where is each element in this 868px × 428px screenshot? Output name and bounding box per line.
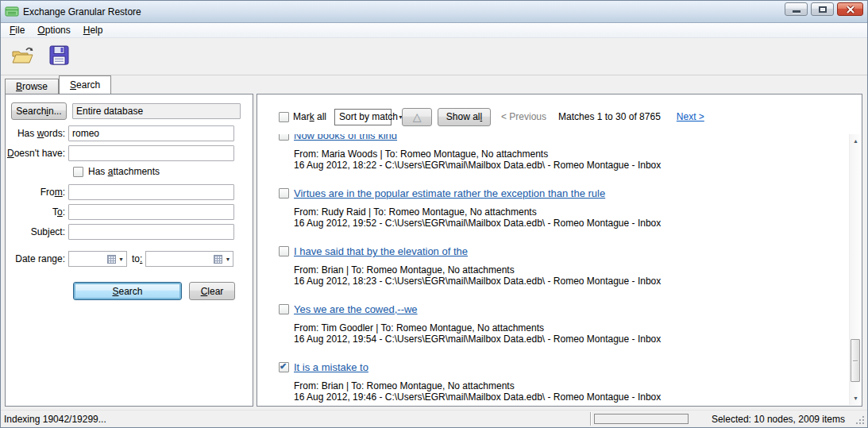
result-title-link[interactable]: I have said that by the elevation of the bbox=[294, 245, 468, 257]
calendar-icon bbox=[214, 255, 222, 264]
triangle-up-icon: △ bbox=[413, 111, 422, 122]
result-from-line: From: Rudy Raid | To: Romeo Montague, No… bbox=[294, 206, 849, 218]
menu-help[interactable]: Help bbox=[77, 23, 110, 37]
result-from-line: From: Brian | To: Romeo Montague, No att… bbox=[294, 264, 849, 276]
result-from-line: From: Brian | To: Romeo Montague, No att… bbox=[294, 380, 849, 391]
result-checkbox[interactable] bbox=[279, 362, 289, 372]
result-title-link[interactable]: Yes we are the cowed,--we bbox=[294, 303, 418, 315]
save-button[interactable] bbox=[47, 43, 71, 70]
has-words-input[interactable] bbox=[68, 125, 234, 141]
maximize-icon bbox=[819, 6, 827, 13]
result-path-line: 16 Aug 2012, 19:46 - C:\Users\EGR\mail\M… bbox=[294, 391, 849, 403]
result-title-link[interactable]: It is a mistake to bbox=[294, 361, 368, 373]
title-bar: Exchange Granular Restore bbox=[1, 1, 867, 23]
has-attachments-label: Has attachments bbox=[88, 166, 160, 177]
result-checkbox[interactable] bbox=[279, 246, 289, 256]
date-range-label: Date range: bbox=[6, 253, 68, 264]
result-checkbox[interactable] bbox=[279, 134, 289, 141]
dropdown-arrow-icon[interactable]: ▼ bbox=[118, 256, 124, 262]
close-button[interactable] bbox=[837, 2, 863, 16]
search-button[interactable]: Search bbox=[73, 282, 182, 300]
menu-options[interactable]: Options bbox=[31, 23, 76, 37]
calendar-icon bbox=[107, 255, 116, 264]
minimize-icon bbox=[793, 10, 800, 13]
menu-file[interactable]: File bbox=[3, 23, 31, 37]
search-in-button[interactable]: Search in... bbox=[11, 102, 67, 120]
minimize-button[interactable] bbox=[785, 2, 808, 16]
matches-count: Matches 1 to 30 of 8765 bbox=[558, 111, 661, 122]
doesnt-have-label: Doesn't have: bbox=[6, 148, 68, 159]
sort-by-value: Sort by match bbox=[339, 111, 398, 122]
indexing-status: Indexing 19042/19299... bbox=[4, 414, 106, 425]
result-path-line: 16 Aug 2012, 18:22 - C:\Users\EGR\mail\M… bbox=[294, 160, 849, 171]
dropdown-arrow-icon[interactable]: ▼ bbox=[225, 256, 230, 262]
result-path-line: 16 Aug 2012, 19:52 - C:\Users\EGR\mail\M… bbox=[294, 218, 849, 229]
menu-bar: File Options Help bbox=[1, 23, 867, 38]
app-icon bbox=[5, 6, 19, 17]
result-checkbox[interactable] bbox=[279, 304, 289, 314]
has-attachments-checkbox[interactable] bbox=[73, 167, 83, 177]
result-checkbox[interactable] bbox=[279, 188, 289, 199]
window-title: Exchange Granular Restore bbox=[23, 6, 141, 17]
toolbar bbox=[1, 38, 867, 75]
result-from-line: From: Tim Goodler | To: Romeo Montague, … bbox=[294, 322, 849, 334]
result-item: Virtues are in the popular estimate rath… bbox=[279, 187, 849, 245]
next-link[interactable]: Next > bbox=[677, 111, 704, 122]
tab-strip: Browse Search bbox=[1, 75, 867, 94]
previous-link[interactable]: < Previous bbox=[501, 111, 546, 122]
from-label: From: bbox=[6, 187, 68, 198]
date-to-separator: to: bbox=[132, 253, 142, 264]
to-input[interactable] bbox=[68, 204, 234, 220]
results-toolbar: Mark all Sort by match ▼ △ Show all < Pr… bbox=[279, 107, 847, 126]
status-separator bbox=[590, 412, 591, 426]
search-panel: Search in... Has words: Doesn't have: Ha… bbox=[5, 94, 253, 407]
tab-search[interactable]: Search bbox=[59, 75, 111, 94]
status-bar: Indexing 19042/19299... Selected: 10 nod… bbox=[1, 410, 867, 427]
subject-input[interactable] bbox=[68, 224, 234, 240]
scroll-down-icon[interactable]: ▼ bbox=[850, 392, 862, 404]
result-item: Now books of this kind From: Maria Woods… bbox=[279, 134, 849, 187]
result-item: I have said that by the elevation of the… bbox=[279, 245, 849, 303]
scrollbar-thumb[interactable] bbox=[851, 339, 860, 382]
clear-button[interactable]: Clear bbox=[189, 282, 235, 300]
sort-by-dropdown[interactable]: Sort by match ▼ bbox=[334, 109, 392, 125]
tab-browse[interactable]: Browse bbox=[5, 79, 59, 94]
result-path-line: 16 Aug 2012, 18:23 - C:\Users\EGR\mail\M… bbox=[294, 276, 849, 287]
results-scrollbar[interactable]: ▲ ▼ bbox=[849, 134, 861, 405]
result-title-link[interactable]: Now books of this kind bbox=[294, 134, 397, 141]
result-path-line: 16 Aug 2012, 19:54 - C:\Users\EGR\mail\M… bbox=[294, 334, 849, 345]
scroll-up-icon[interactable]: ▲ bbox=[850, 135, 862, 147]
mark-all-label: Mark all bbox=[293, 111, 326, 122]
content-area: Search in... Has words: Doesn't have: Ha… bbox=[1, 94, 867, 410]
show-all-button[interactable]: Show all bbox=[438, 108, 491, 126]
from-input[interactable] bbox=[68, 184, 234, 200]
save-floppy-icon bbox=[48, 44, 70, 66]
date-from-picker[interactable]: ▼ bbox=[68, 251, 127, 267]
subject-label: Subject: bbox=[6, 226, 68, 237]
date-to-picker[interactable]: ▼ bbox=[145, 251, 233, 267]
doesnt-have-input[interactable] bbox=[68, 145, 234, 161]
open-folder-icon bbox=[10, 44, 36, 67]
has-words-label: Has words: bbox=[6, 128, 68, 139]
app-window: Exchange Granular Restore File Options H… bbox=[0, 0, 868, 428]
open-database-button[interactable] bbox=[9, 43, 37, 71]
to-label: To: bbox=[6, 206, 68, 218]
results-list: Now books of this kind From: Maria Woods… bbox=[257, 134, 849, 405]
progress-bar bbox=[594, 414, 689, 424]
result-from-line: From: Maria Woods | To: Romeo Montague, … bbox=[294, 148, 849, 160]
sort-direction-button[interactable]: △ bbox=[402, 108, 432, 126]
maximize-button[interactable] bbox=[811, 2, 834, 16]
result-title-link[interactable]: Virtues are in the popular estimate rath… bbox=[294, 187, 605, 199]
search-in-scope-field[interactable] bbox=[72, 103, 241, 119]
resize-grip[interactable] bbox=[855, 415, 866, 426]
result-item: It is a mistake to From: Brian | To: Rom… bbox=[279, 361, 849, 405]
close-icon bbox=[846, 6, 855, 13]
mark-all-checkbox[interactable] bbox=[279, 112, 289, 122]
selection-status: Selected: 10 nodes, 2009 items bbox=[712, 414, 845, 425]
result-item: Yes we are the cowed,--we From: Tim Good… bbox=[279, 303, 849, 361]
results-panel: Mark all Sort by match ▼ △ Show all < Pr… bbox=[257, 94, 862, 407]
